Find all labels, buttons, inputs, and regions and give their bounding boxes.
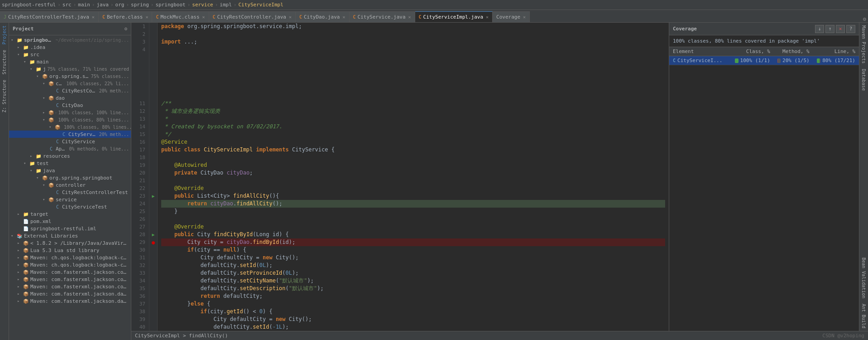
cov-element-cell: C CityServiceI... — [669, 56, 731, 65]
sidebar-item-maven[interactable]: Maven Projects — [860, 23, 867, 66]
tab-close-icon[interactable]: ✕ — [486, 15, 489, 19]
tree-item-logback-classic[interactable]: ▸ 📦 Maven: ch.qos.logback:logback-classi… — [9, 254, 131, 261]
tree-item-domain[interactable]: ▸ 📦 domain 100% classes, 100% line... — [9, 109, 131, 116]
tab-cityrestcontroller[interactable]: C CityRestController.java ✕ — [209, 11, 296, 22]
coverage-help-button[interactable]: ? — [846, 25, 855, 33]
tab-cityrestcontrollertest[interactable]: J CityRestControllerTest.java ✕ — [0, 11, 99, 22]
tab-close-icon[interactable]: ✕ — [145, 15, 148, 19]
tree-item-cityserviceimpl[interactable]: ▸ C CityServiceImpl 20% meth... — [9, 131, 131, 138]
tab-close-icon[interactable]: ✕ — [289, 15, 292, 19]
tree-item-target[interactable]: ▸ 📁 target — [9, 210, 131, 218]
breadcrumb-item[interactable]: src — [62, 2, 72, 8]
tree-label: java — [43, 66, 45, 72]
tree-item-jackson2[interactable]: ▸ 📦 Maven: com.fasterxml.jackson.core:ja… — [9, 276, 131, 283]
tree-item-cityrestcontroller[interactable]: ▸ C CityRestController 20% meth... — [9, 87, 131, 94]
package-icon: 📦 — [48, 196, 54, 203]
tab-citydao[interactable]: C CityDao.java ✕ — [296, 11, 350, 22]
tree-item-logback-core[interactable]: ▸ 📦 Maven: ch.qos.logback:logback-core:1… — [9, 261, 131, 268]
sidebar-item-project[interactable]: Project — [1, 23, 8, 47]
folder-icon: 📁 — [35, 167, 42, 174]
tree-item-test-controller[interactable]: ▾ 📦 controller — [9, 181, 131, 189]
tree-item-impl[interactable]: ▾ 📦 impl 100% classes, 80% lines... — [9, 123, 131, 131]
breadcrumb-item[interactable]: java — [96, 2, 109, 8]
breadcrumb-item[interactable]: impl — [220, 2, 232, 8]
tab-mockmvc[interactable]: C MockMvc.class ✕ — [152, 11, 209, 22]
tree-item-src[interactable]: ▾ 📁 src — [9, 51, 131, 58]
sidebar-item-database[interactable]: Database — [860, 66, 867, 93]
tree-item-controller[interactable]: ▾ 📦 controller 100% classes, 22% li... — [9, 80, 131, 87]
tree-item-service[interactable]: ▾ 📦 service 100% classes, 80% lines... — [9, 116, 131, 123]
tree-item-citydao[interactable]: ▸ C CityDao — [9, 102, 131, 109]
code-line: defaultCity.setId(0L); — [161, 262, 665, 269]
tree-arrow: ▸ — [17, 262, 23, 267]
tree-item-jackson-dt2[interactable]: ▸ 📦 Maven: com.fasterxml.jackson.datatyp… — [9, 297, 131, 305]
breadcrumb-item-service[interactable]: service — [192, 2, 213, 8]
sidebar-item-structure[interactable]: Structure — [1, 47, 8, 77]
tree-item-jdk[interactable]: ▸ 📦 < 1.8.2 > /Library/Java/JavaVirtualM… — [9, 239, 131, 247]
tree-item-org-spring[interactable]: ▾ 📦 org.spring.springboot 75% classes... — [9, 73, 131, 80]
tab-close-icon[interactable]: ✕ — [408, 15, 411, 19]
breadcrumb-item-class[interactable]: CityServiceImpl — [238, 2, 283, 8]
sidebar-item-z-structure[interactable]: Z: Structure — [1, 77, 8, 115]
col-line: Line, % — [813, 47, 859, 56]
code-line — [161, 46, 665, 53]
tab-close-icon[interactable]: ✕ — [92, 15, 95, 19]
tree-item-main[interactable]: ▾ 📁 main — [9, 58, 131, 65]
coverage-note: 20% meth... — [99, 88, 129, 93]
code-line: defaultCity.setId(-1L); — [161, 323, 665, 331]
tree-item-dao[interactable]: ▾ 📦 dao — [9, 94, 131, 102]
code-line: if(city == null) { — [161, 246, 665, 254]
project-tree[interactable]: ▾ 📁 springboot-restful ~/development/zip… — [9, 35, 131, 340]
tab-close-icon[interactable]: ✕ — [202, 15, 205, 19]
tab-cityserviceimpl[interactable]: C CityServiceImpl.java ✕ — [415, 11, 493, 22]
code-line: @Service — [161, 138, 665, 146]
tab-coverage[interactable]: Coverage ✕ — [493, 11, 530, 22]
tree-item-test-org[interactable]: ▾ 📦 org.spring.springboot — [9, 174, 131, 181]
tree-item-test-service[interactable]: ▾ 📦 service — [9, 196, 131, 203]
library-icon: 📦 — [23, 262, 29, 268]
tree-arrow: ▾ — [43, 197, 48, 202]
tree-item-jackson-dt1[interactable]: ▸ 📦 Maven: com.fasterxml.jackson.datatyp… — [9, 290, 131, 297]
code-line — [161, 30, 665, 38]
tree-item-application[interactable]: ▸ C Application 0% methods, 0% line... — [9, 145, 131, 152]
coverage-remove-button[interactable]: ✕ — [836, 25, 845, 33]
tab-close-icon[interactable]: ✕ — [523, 15, 526, 19]
tree-item-cityrestcontrollertest[interactable]: ▸ C CityRestControllerTest — [9, 189, 131, 196]
breadcrumb-item[interactable]: springboot-restful — [2, 2, 56, 8]
tree-item-java-test[interactable]: ▾ 📁 java — [9, 167, 131, 174]
gear-icon[interactable]: ⚙ — [124, 26, 127, 32]
breadcrumb-item[interactable]: main — [78, 2, 90, 8]
tree-item-resources[interactable]: ▸ 📁 resources — [9, 152, 131, 160]
coverage-table[interactable]: Element Class, % Method, % Line, % C — [669, 47, 859, 331]
library-icon: 📦 — [23, 283, 29, 290]
tree-item-pomxml[interactable]: ▸ 📄 pom.xml — [9, 218, 131, 225]
tree-label: resources — [43, 153, 70, 159]
gutter-breakpoint[interactable]: ● — [149, 238, 157, 246]
coverage-table-row[interactable]: C CityServiceI... 100% — [669, 56, 859, 65]
breadcrumb-item[interactable]: springboot — [155, 2, 185, 8]
code-content[interactable]: package org.spring.springboot.service.im… — [158, 23, 669, 331]
tree-item-idea[interactable]: ▸ 📁 .idea — [9, 44, 131, 51]
settings-icon[interactable]: ⚙ — [863, 16, 866, 22]
tree-item-cityservice[interactable]: ▸ C CityService — [9, 138, 131, 145]
tab-cityservice[interactable]: C CityService.java ✕ — [350, 11, 415, 22]
tree-item-root[interactable]: ▾ 📁 springboot-restful ~/development/zip… — [9, 36, 131, 44]
tree-item-jackson3[interactable]: ▸ 📦 Maven: com.fasterxml.jackson.core:ja… — [9, 283, 131, 290]
coverage-import-button[interactable]: ↓ — [815, 25, 824, 33]
breadcrumb-item[interactable]: spring — [131, 2, 149, 8]
code-editor[interactable]: 1 2 3 4 11 12 13 14 15 — [131, 23, 669, 331]
library-icon: 📦 — [23, 291, 29, 297]
tree-item-lua[interactable]: ▸ 📦 Lua 5.3 Lua std library — [9, 247, 131, 254]
tree-item-external-libs[interactable]: ▾ 📚 External Libraries — [9, 232, 131, 239]
tree-item-cityservicetest[interactable]: ▸ C CityServiceTest — [9, 203, 131, 210]
tree-item-test[interactable]: ▾ 📁 test — [9, 160, 131, 167]
sidebar-item-ant-build[interactable]: Ant Build — [860, 301, 867, 331]
tree-item-jackson1[interactable]: ▸ 📦 Maven: com.fasterxml.jackson.core:ja… — [9, 268, 131, 276]
tree-item-iml[interactable]: ▸ 📄 springboot-restful.iml — [9, 225, 131, 232]
coverage-export-button[interactable]: ↑ — [825, 25, 834, 33]
breadcrumb-item[interactable]: org — [115, 2, 125, 8]
tab-close-icon[interactable]: ✕ — [342, 15, 345, 19]
tree-item-java-main[interactable]: ▾ 📁 java 75% classes, 71% lines covered — [9, 65, 131, 73]
sidebar-item-bean-validation[interactable]: Bean Validation — [860, 255, 867, 301]
tab-before[interactable]: C Before.class ✕ — [99, 11, 153, 22]
